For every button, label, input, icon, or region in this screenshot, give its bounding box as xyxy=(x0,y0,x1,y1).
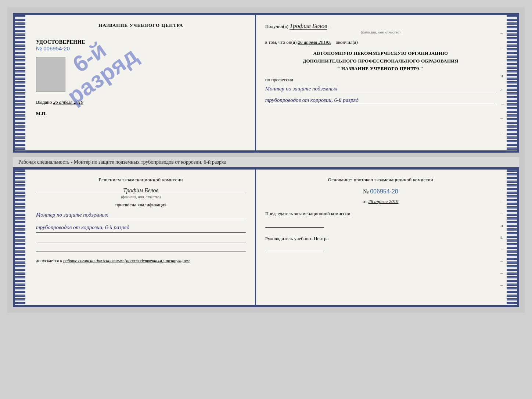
photo-placeholder xyxy=(36,57,65,92)
bottom-cert-left: Решением экзаменационной комиссии Трофим… xyxy=(15,170,256,305)
page-wrapper: НАЗВАНИЕ УЧЕБНОГО ЦЕНТРА 6-й разряд УДОС… xyxy=(7,7,525,313)
cert-number-blue: 006954-20 xyxy=(370,188,398,195)
prisvoena: присвоена квалификация xyxy=(36,202,246,208)
bottom-certificate: Решением экзаменационной комиссии Трофим… xyxy=(13,167,519,307)
side-dashes-bottom-right: – – – и а ← – – – xyxy=(500,181,505,294)
profession-line2: трубопроводов от коррозии, 6-й разряд xyxy=(265,96,496,106)
profession-line1: Монтер по защите подземных xyxy=(265,84,496,94)
number-block: № 006954-20 xyxy=(265,188,496,195)
binding-right-top xyxy=(507,15,517,150)
vtom-date: 26 апреля 2019г. xyxy=(298,39,331,45)
poluchil-name: Трофим Белов xyxy=(290,22,327,30)
kvalif-line1: Монтер по защите подземных xyxy=(36,210,246,220)
mp-line: М.П. xyxy=(36,111,246,117)
reshen-title: Решением экзаменационной комиссии xyxy=(36,177,246,183)
udost-block: УДОСТОВЕРЕНИЕ № 006954-20 xyxy=(36,39,246,51)
bottom-name: Трофим Белов xyxy=(36,187,246,194)
top-left-inner: НАЗВАНИЕ УЧЕБНОГО ЦЕНТРА 6-й разряд УДОС… xyxy=(36,22,246,117)
udost-title: УДОСТОВЕРЕНИЕ xyxy=(36,39,246,45)
dopuskaetsya-block: допускается к работе согласно должностны… xyxy=(36,257,246,264)
udost-number: № 006954-20 xyxy=(36,45,246,51)
top-certificate: НАЗВАНИЕ УЧЕБНОГО ЦЕНТРА 6-й разряд УДОС… xyxy=(13,13,519,153)
rukovoditel: Руководитель учебного Центра xyxy=(265,235,496,242)
rukovoditel-podpis xyxy=(265,245,324,252)
separator-text: Рабочая специальность - Монтер по защите… xyxy=(13,157,519,167)
kvalif-line2: трубопроводов от коррозии, 6-й разряд xyxy=(36,222,246,233)
bottom-right-inner: Основание: протокол экзаменационной коми… xyxy=(265,177,496,252)
fio-label-top: (фамилия, имя, отчество) xyxy=(265,30,496,34)
top-cert-right: Получил(а) Трофим Белов – (фамилия, имя,… xyxy=(256,15,517,150)
top-right-inner: Получил(а) Трофим Белов – (фамилия, имя,… xyxy=(265,22,496,105)
top-left-title: НАЗВАНИЕ УЧЕБНОГО ЦЕНТРА xyxy=(36,22,246,28)
ot-date: от 26 апреля 2019 xyxy=(265,199,496,204)
binding-left-bottom xyxy=(15,170,25,305)
name-block-bottom: Трофим Белов (фамилия, имя, отчество) xyxy=(36,187,246,199)
vydano-line: Выдано 26 апреля 2019 xyxy=(36,99,246,105)
ot-date-value: 26 апреля 2019 xyxy=(368,199,398,204)
binding-left xyxy=(15,15,25,150)
po-professii: по профессии Монтер по защите подземных … xyxy=(265,77,496,105)
poluchil-line: Получил(а) Трофим Белов – (фамилия, имя,… xyxy=(265,22,496,34)
osnovanie: Основание: протокол экзаменационной коми… xyxy=(265,177,496,183)
vydano-date: 26 апреля 2019 xyxy=(53,99,83,105)
predsedatel-podpis xyxy=(265,220,324,228)
vtom-line: в том, что он(а) 26 апреля 2019г. окончи… xyxy=(265,39,496,45)
side-lines-top-right: – – – и а ← – – xyxy=(500,26,505,139)
org-block: АВТОНОМНУЮ НЕКОММЕРЧЕСКУЮ ОРГАНИЗАЦИЮ ДО… xyxy=(265,50,496,72)
fio-label-bottom: (фамилия, имя, отчество) xyxy=(36,195,246,199)
bottom-left-inner: Решением экзаменационной комиссии Трофим… xyxy=(36,177,246,264)
binding-right-bottom xyxy=(507,170,517,305)
dopusk-cursive: работе согласно должностным (производств… xyxy=(63,258,190,263)
bottom-cert-right: Основание: протокол экзаменационной коми… xyxy=(256,170,517,305)
top-cert-left: НАЗВАНИЕ УЧЕБНОГО ЦЕНТРА 6-й разряд УДОС… xyxy=(15,15,256,150)
predsedatel: Председатель экзаменационной комиссии xyxy=(265,210,496,217)
blank-line-1 xyxy=(36,235,246,242)
blank-line-2 xyxy=(36,245,246,252)
